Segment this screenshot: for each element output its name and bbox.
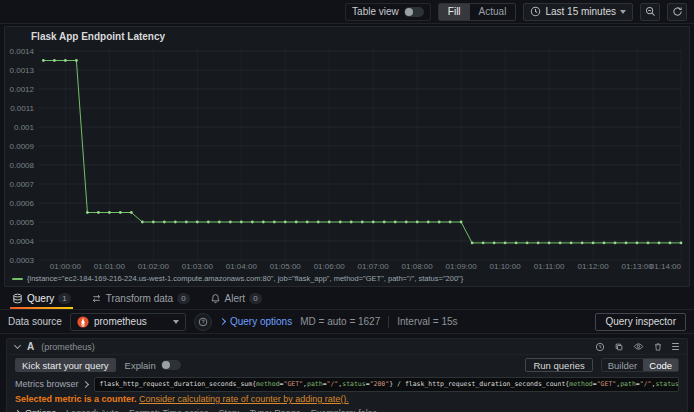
trash-icon[interactable]: [653, 342, 663, 352]
zoom-out-button[interactable]: [640, 3, 660, 21]
tab-alert-count: 0: [249, 293, 261, 304]
svg-text:0.0006: 0.0006: [10, 199, 35, 208]
time-range-picker[interactable]: Last 15 minutes: [523, 3, 633, 21]
svg-text:0.0014: 0.0014: [10, 47, 35, 56]
zoom-out-icon: [645, 6, 656, 17]
query-options-summary: MD = auto = 1627 Interval = 15s: [300, 316, 457, 328]
option-exemplars: Exemplars: false: [311, 408, 378, 412]
metrics-browser-toggle[interactable]: Metrics browser: [15, 379, 88, 389]
eye-icon[interactable]: [633, 341, 644, 352]
query-options-label: Query options: [230, 316, 292, 327]
svg-text:0.0004: 0.0004: [10, 237, 35, 246]
history-icon[interactable]: [595, 342, 605, 352]
query-options-collapsed: Options Legend: Auto Format: Time series…: [7, 405, 687, 412]
query-ref-id: A: [27, 341, 34, 352]
panel-title[interactable]: Flask App Endpoint Latency: [5, 27, 689, 43]
prometheus-logo-icon: [77, 316, 89, 328]
datasource-value: prometheus: [94, 316, 168, 327]
chevron-right-icon: [219, 318, 226, 325]
svg-text:01:04:00: 01:04:00: [226, 262, 258, 271]
svg-text:01:10:00: 01:10:00: [490, 262, 522, 271]
datasource-help-button[interactable]: [194, 313, 212, 331]
svg-text:0.0003: 0.0003: [10, 256, 35, 265]
tab-alert[interactable]: Alert 0: [208, 288, 264, 309]
query-row-header[interactable]: A (prometheus): [7, 339, 687, 355]
tab-query[interactable]: Query 1: [10, 288, 73, 309]
chart-legend: {instance="ec2-184-169-216-224.us-west-1…: [5, 272, 689, 285]
options-label: Options: [25, 408, 56, 412]
table-view-toggle[interactable]: [404, 7, 424, 17]
interval-summary: Interval = 15s: [397, 316, 457, 327]
svg-text:01:01:00: 01:01:00: [94, 262, 126, 271]
tab-transform-data[interactable]: Transform data 0: [89, 288, 192, 309]
svg-text:0.0005: 0.0005: [10, 218, 35, 227]
table-view-group: Table view: [345, 3, 431, 21]
copy-icon[interactable]: [614, 342, 624, 352]
svg-text:01:13:00: 01:13:00: [621, 262, 653, 271]
datasource-picker[interactable]: prometheus: [70, 313, 186, 331]
builder-code-switch: Builder Code: [601, 358, 679, 372]
svg-text:0.001: 0.001: [14, 123, 35, 132]
options-toggle[interactable]: Options: [15, 408, 56, 412]
svg-text:01:03:00: 01:03:00: [182, 262, 214, 271]
option-format: Format: Time series: [129, 408, 209, 412]
query-editor-row: Metrics browser flask_http_request_durat…: [7, 375, 687, 393]
option-type: Type: Range: [250, 408, 301, 412]
max-data-points-summary: MD = auto = 1627: [300, 316, 380, 327]
option-step: Step:: [219, 408, 240, 412]
metrics-browser-label: Metrics browser: [15, 379, 79, 389]
explain-label: Explain: [125, 360, 156, 371]
database-icon: [12, 293, 23, 304]
promql-expression: flask_http_request_duration_seconds_sum{…: [100, 380, 679, 388]
code-mode-button[interactable]: Code: [643, 359, 678, 371]
tab-alert-label: Alert: [225, 293, 246, 304]
svg-text:01:05:00: 01:05:00: [270, 262, 302, 271]
query-row-actions: [595, 341, 679, 352]
promql-input[interactable]: flask_http_request_duration_seconds_sum{…: [94, 377, 679, 392]
tab-transform-count: 0: [177, 293, 189, 304]
explain-toggle[interactable]: [161, 360, 181, 370]
editor-tabs: Query 1 Transform data 0 Alert 0: [0, 288, 694, 310]
series-marker-icon: [12, 278, 23, 280]
divider: [388, 316, 389, 328]
toolbar: Table view Fill Actual Last 15 minutes: [0, 0, 694, 24]
query-options-toggle[interactable]: Query options: [220, 316, 292, 327]
warning-hint-link[interactable]: Consider calculating rate of counter by …: [139, 394, 349, 404]
query-right-tools: Run queries Builder Code: [525, 358, 679, 372]
svg-text:01:06:00: 01:06:00: [314, 262, 346, 271]
query-toolbar: Kick start your query Explain Run querie…: [7, 355, 687, 375]
grafana-panel-editor: Table view Fill Actual Last 15 minutes: [0, 0, 694, 412]
datasource-label: Data source: [8, 316, 62, 327]
chevron-down-icon[interactable]: [14, 342, 21, 349]
warning-text: Selected metric is a counter.: [15, 394, 137, 404]
query-datasource-hint: (prometheus): [41, 342, 95, 352]
chevron-down-icon: [173, 320, 179, 324]
table-view-label: Table view: [352, 6, 399, 17]
builder-mode-button[interactable]: Builder: [602, 359, 644, 371]
counter-warning: Selected metric is a counter. Consider c…: [7, 393, 687, 405]
tab-query-label: Query: [27, 293, 54, 304]
latency-chart[interactable]: 0.00140.00130.00120.00110.0010.00090.000…: [5, 43, 689, 272]
fill-button[interactable]: Fill: [439, 4, 470, 20]
refresh-button[interactable]: [667, 3, 687, 21]
actual-button[interactable]: Actual: [470, 4, 516, 20]
svg-text:01:08:00: 01:08:00: [402, 262, 434, 271]
clock-icon: [530, 6, 541, 17]
drag-handle[interactable]: [672, 343, 679, 351]
query-inspector-button[interactable]: Query inspector: [595, 313, 686, 331]
kick-start-query-button[interactable]: Kick start your query: [15, 358, 116, 372]
run-queries-button[interactable]: Run queries: [525, 358, 592, 372]
refresh-icon: [672, 6, 683, 17]
option-legend: Legend: Auto: [66, 408, 119, 412]
time-range-label: Last 15 minutes: [545, 6, 616, 17]
series-label[interactable]: {instance="ec2-184-169-216-224.us-west-1…: [27, 274, 463, 283]
svg-text:0.0011: 0.0011: [10, 104, 34, 113]
question-mark-icon: [198, 317, 208, 327]
tab-query-count: 1: [58, 293, 70, 304]
tab-transform-label: Transform data: [106, 293, 173, 304]
svg-text:0.0012: 0.0012: [10, 85, 35, 94]
chevron-right-icon: [81, 380, 88, 387]
explain-group: Explain: [125, 360, 181, 371]
svg-text:01:07:00: 01:07:00: [358, 262, 390, 271]
transform-icon: [91, 293, 102, 304]
